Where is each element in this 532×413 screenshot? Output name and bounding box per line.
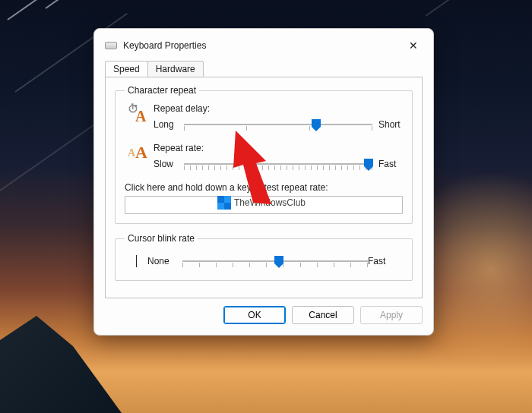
close-button[interactable]: ✕ <box>403 35 424 56</box>
repeat-delay-slider[interactable] <box>184 115 372 134</box>
close-icon: ✕ <box>409 40 418 51</box>
cancel-button[interactable]: Cancel <box>292 306 354 324</box>
repeat-rate-icon: A A <box>128 143 150 166</box>
apply-button: Apply <box>360 306 423 324</box>
repeat-delay-min: Long <box>154 119 184 130</box>
repeat-delay-max: Short <box>372 119 403 130</box>
repeat-rate-max: Fast <box>372 159 403 169</box>
test-repeat-input[interactable] <box>125 196 403 214</box>
tabstrip: Speed Hardware <box>94 61 433 77</box>
dialog-buttons: OK Cancel Apply <box>94 306 433 335</box>
repeat-rate-min: Slow <box>154 159 184 169</box>
window-title: Keyboard Properties <box>123 40 403 51</box>
svg-marker-1 <box>364 159 373 171</box>
caret-icon <box>136 255 137 267</box>
blink-rate-slider[interactable] <box>182 252 368 270</box>
group-cursor-blink: Cursor blink rate None Fast <box>115 233 413 281</box>
blink-max: Fast <box>368 256 403 266</box>
group-cursor-blink-legend: Cursor blink rate <box>125 233 198 244</box>
svg-marker-2 <box>274 256 283 268</box>
titlebar: Keyboard Properties ✕ <box>94 29 433 61</box>
blink-min: None <box>147 256 182 266</box>
group-character-repeat-legend: Character repeat <box>125 85 199 96</box>
repeat-rate-slider[interactable] <box>184 155 372 173</box>
tab-panel-speed: Character repeat ⏱ A Repeat delay: Long <box>105 77 423 298</box>
ok-button[interactable]: OK <box>223 306 286 324</box>
repeat-rate-label: Repeat rate: <box>154 143 403 153</box>
blink-preview <box>125 251 147 271</box>
keyboard-properties-dialog: Keyboard Properties ✕ Speed Hardware Cha… <box>93 28 434 336</box>
keyboard-icon <box>105 42 117 49</box>
svg-marker-0 <box>312 119 321 131</box>
repeat-delay-label: Repeat delay: <box>154 103 403 114</box>
repeat-delay-icon: ⏱ A <box>128 103 150 126</box>
tab-speed[interactable]: Speed <box>105 61 148 77</box>
tab-hardware[interactable]: Hardware <box>147 61 204 77</box>
test-repeat-label: Click here and hold down a key to test r… <box>125 182 403 193</box>
group-character-repeat: Character repeat ⏱ A Repeat delay: Long <box>115 85 413 224</box>
